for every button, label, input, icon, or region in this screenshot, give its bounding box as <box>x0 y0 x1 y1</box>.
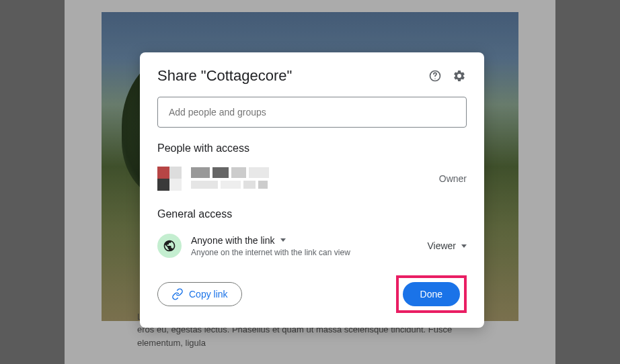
general-access-row: Anyone with the link Anyone on the inter… <box>157 230 467 262</box>
chevron-down-icon <box>280 238 286 242</box>
access-scope-label: Anyone with the link <box>191 235 275 246</box>
dialog-footer: Copy link Done <box>157 275 467 313</box>
globe-icon <box>157 234 182 258</box>
access-scope-dropdown[interactable]: Anyone with the link <box>191 235 427 246</box>
gear-icon[interactable] <box>452 69 467 83</box>
dialog-title: Share "Cottagecore" <box>157 67 428 85</box>
person-row: Owner <box>157 164 467 193</box>
permission-dropdown[interactable]: Viewer <box>427 240 467 251</box>
permission-label: Viewer <box>427 240 456 251</box>
add-people-input[interactable] <box>157 97 467 128</box>
person-name-redacted <box>191 167 439 190</box>
people-access-heading: People with access <box>157 142 467 154</box>
copy-link-button[interactable]: Copy link <box>157 282 242 306</box>
link-icon <box>171 288 184 300</box>
dialog-header: Share "Cottagecore" <box>157 67 467 85</box>
chevron-down-icon <box>461 244 467 248</box>
done-highlight-annotation: Done <box>396 275 467 313</box>
copy-link-label: Copy link <box>189 289 228 300</box>
general-access-heading: General access <box>157 208 467 220</box>
owner-role-label: Owner <box>439 173 467 184</box>
done-button[interactable]: Done <box>403 282 460 306</box>
share-dialog: Share "Cottagecore" People with access <box>140 52 484 328</box>
svg-point-1 <box>434 79 435 79</box>
avatar <box>157 167 182 191</box>
access-description: Anyone on the internet with the link can… <box>191 248 427 257</box>
help-icon[interactable] <box>428 69 442 83</box>
